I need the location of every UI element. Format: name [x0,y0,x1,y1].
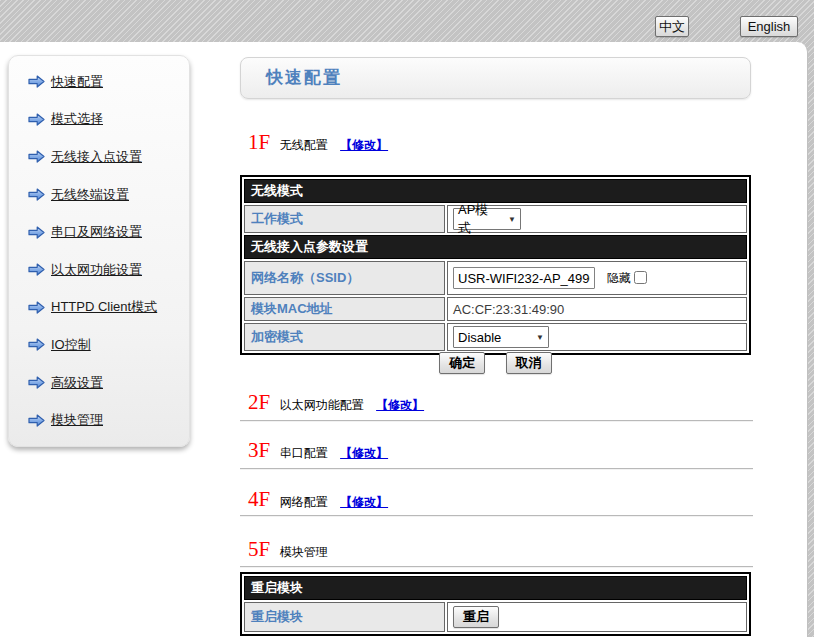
sidebar-item-httpd-client[interactable]: HTTPD Client模式 [9,289,189,327]
section-divider [240,468,753,470]
modify-network-link[interactable]: 【修改】 [340,495,388,509]
dropdown-arrow-icon: ▼ [500,215,516,224]
arrow-right-icon [28,376,45,389]
arrow-right-icon [28,150,45,163]
table-group-header: 重启模块 [244,576,747,600]
ssid-label: 网络名称（SSID） [244,261,445,295]
sidebar-item-label: 高级设置 [51,374,103,392]
restart-module-table: 重启模块 重启模块 重启 [240,572,751,636]
sidebar-item-label: 以太网功能设置 [51,261,142,279]
ssid-input[interactable] [453,267,595,289]
table-group-header: 无线接入点参数设置 [244,235,747,259]
encryption-mode-select[interactable]: Disable ▼ [453,326,549,348]
arrow-right-icon [28,414,45,427]
page-title: 快速配置 [240,57,751,99]
section-number: 2F [248,390,270,414]
sidebar-item-io-control[interactable]: IO控制 [9,326,189,364]
sidebar-item-label: 模块管理 [51,411,103,429]
section-4f: 4F 网络配置 【修改】 [248,487,388,512]
ok-button[interactable]: 确定 [439,352,485,374]
sidebar-item-label: 快速配置 [51,73,103,91]
modify-ethernet-link[interactable]: 【修改】 [376,398,424,412]
section-1f: 1F 无线配置 【修改】 [248,130,388,155]
arrow-right-icon [28,226,45,239]
section-number: 3F [248,438,270,462]
sidebar-item-uart-network-settings[interactable]: 串口及网络设置 [9,213,189,251]
form-actions: 确定 取消 [240,352,751,374]
page-sheet: 快速配置 模式选择 无线接入点设置 无线终端设置 串口及网络设置 以太网功能设置… [0,42,808,637]
arrow-right-icon [28,301,45,314]
work-mode-select[interactable]: AP模式 ▼ [453,208,521,230]
sidebar-item-sta-settings[interactable]: 无线终端设置 [9,176,189,214]
section-number: 4F [248,487,270,511]
sidebar-item-quick-config[interactable]: 快速配置 [9,63,189,101]
sidebar-item-label: 串口及网络设置 [51,223,142,241]
sidebar-item-mode-select[interactable]: 模式选择 [9,101,189,139]
language-chinese-button[interactable]: 中文 [655,16,689,37]
restart-button[interactable]: 重启 [453,606,499,628]
mac-address-value: AC:CF:23:31:49:90 [447,297,747,321]
section-5f: 5F 模块管理 [248,537,328,562]
section-2f: 2F 以太网功能配置 【修改】 [248,390,424,415]
sidebar-item-module-manage[interactable]: 模块管理 [9,401,189,439]
arrow-right-icon [28,75,45,88]
arrow-right-icon [28,263,45,276]
arrow-right-icon [28,113,45,126]
arrow-right-icon [28,188,45,201]
sidebar: 快速配置 模式选择 无线接入点设置 无线终端设置 串口及网络设置 以太网功能设置… [8,55,190,447]
sidebar-item-label: 无线接入点设置 [51,148,142,166]
wireless-config-table: 无线模式 工作模式 AP模式 ▼ 无线接入点参数设置 网络名称（SSID） 隐藏 [240,175,751,355]
section-title: 网络配置 [280,495,328,509]
section-3f: 3F 串口配置 【修改】 [248,438,388,463]
sidebar-item-label: HTTPD Client模式 [51,298,157,316]
section-number: 5F [248,537,270,561]
arrow-right-icon [28,338,45,351]
section-title: 串口配置 [280,446,328,460]
sidebar-item-label: 无线终端设置 [51,186,129,204]
encryption-mode-label: 加密模式 [244,323,445,351]
language-english-button[interactable]: English [740,16,798,37]
work-mode-select-value: AP模式 [458,201,500,237]
mac-address-label: 模块MAC地址 [244,297,445,321]
cancel-button[interactable]: 取消 [506,352,552,374]
modify-uart-link[interactable]: 【修改】 [340,446,388,460]
ssid-hide-option: 隐藏 [607,271,647,285]
encryption-mode-select-value: Disable [458,330,501,345]
sidebar-item-label: 模式选择 [51,110,103,128]
section-divider [240,515,753,517]
sidebar-item-label: IO控制 [51,336,91,354]
section-divider [240,420,753,422]
section-title: 模块管理 [280,545,328,559]
ssid-hide-label: 隐藏 [607,271,631,285]
restart-module-label: 重启模块 [244,602,445,632]
section-title: 以太网功能配置 [280,398,364,412]
section-divider [240,566,753,568]
table-group-header: 无线模式 [244,179,747,203]
dropdown-arrow-icon: ▼ [528,333,544,342]
section-number: 1F [248,130,270,154]
sidebar-item-advanced-settings[interactable]: 高级设置 [9,364,189,402]
ssid-hide-checkbox[interactable] [634,271,647,284]
work-mode-label: 工作模式 [244,205,445,233]
sidebar-item-ap-settings[interactable]: 无线接入点设置 [9,138,189,176]
section-title: 无线配置 [280,138,328,152]
sidebar-item-ethernet-settings[interactable]: 以太网功能设置 [9,251,189,289]
main-content: 快速配置 1F 无线配置 【修改】 无线模式 工作模式 AP模式 ▼ 无线接入点… [240,42,753,637]
modify-wireless-link[interactable]: 【修改】 [340,138,388,152]
